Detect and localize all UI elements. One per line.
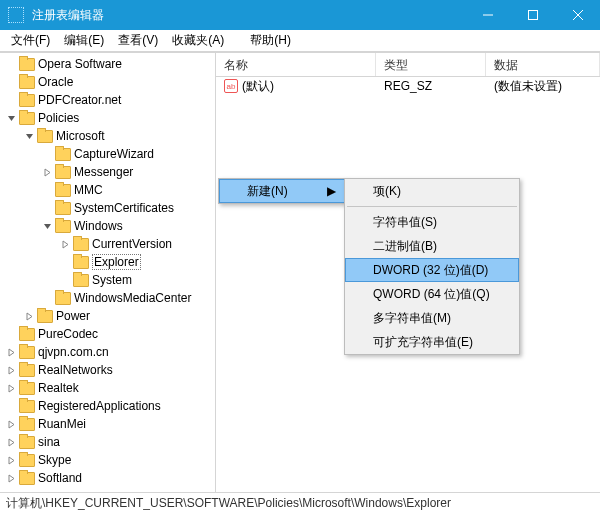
- folder-icon: [19, 382, 35, 395]
- chevron-right-icon[interactable]: [4, 417, 18, 431]
- tree-twisty-empty: [58, 273, 72, 287]
- folder-icon: [37, 130, 53, 143]
- context-item[interactable]: 多字符串值(M): [345, 306, 519, 330]
- tree-node-label: Opera Software: [38, 57, 122, 71]
- minimize-button[interactable]: [465, 0, 510, 30]
- context-item[interactable]: 项(K): [345, 179, 519, 203]
- tree-node[interactable]: System: [0, 271, 215, 289]
- tree-node[interactable]: PureCodec: [0, 325, 215, 343]
- listview-header[interactable]: 名称 类型 数据: [216, 53, 600, 77]
- folder-icon: [19, 472, 35, 485]
- value-data: (数值未设置): [486, 78, 600, 95]
- tree-node[interactable]: MMC: [0, 181, 215, 199]
- tree-node[interactable]: RealNetworks: [0, 361, 215, 379]
- col-name[interactable]: 名称: [216, 53, 376, 76]
- tree-node[interactable]: SystemCertificates: [0, 199, 215, 217]
- context-item-label: 二进制值(B): [373, 238, 437, 255]
- tree-node-label: RuanMei: [38, 417, 86, 431]
- context-item-label: 字符串值(S): [373, 214, 437, 231]
- chevron-right-icon[interactable]: [4, 345, 18, 359]
- context-item-new[interactable]: 新建(N) ▶: [219, 179, 345, 203]
- menu-view[interactable]: 查看(V): [111, 30, 165, 51]
- folder-icon: [19, 76, 35, 89]
- tree-node[interactable]: Windows: [0, 217, 215, 235]
- tree-node-label: CaptureWizard: [74, 147, 154, 161]
- chevron-right-icon[interactable]: [4, 363, 18, 377]
- folder-icon: [55, 184, 71, 197]
- menu-file[interactable]: 文件(F): [4, 30, 57, 51]
- tree-node[interactable]: sina: [0, 433, 215, 451]
- tree-node[interactable]: Oracle: [0, 73, 215, 91]
- chevron-right-icon[interactable]: [22, 309, 36, 323]
- chevron-right-icon[interactable]: [40, 165, 54, 179]
- chevron-right-icon[interactable]: [58, 237, 72, 251]
- context-item[interactable]: DWORD (32 位)值(D): [345, 258, 519, 282]
- folder-icon: [19, 436, 35, 449]
- tree-node[interactable]: qjvpn.com.cn: [0, 343, 215, 361]
- folder-icon: [55, 148, 71, 161]
- tree-node-label: Explorer: [92, 254, 141, 270]
- folder-icon: [55, 292, 71, 305]
- chevron-right-icon[interactable]: [4, 435, 18, 449]
- tree-node[interactable]: Policies: [0, 109, 215, 127]
- tree-node-label: System: [92, 273, 132, 287]
- tree-node[interactable]: RuanMei: [0, 415, 215, 433]
- col-type[interactable]: 类型: [376, 53, 486, 76]
- folder-icon: [19, 346, 35, 359]
- status-path: 计算机\HKEY_CURRENT_USER\SOFTWARE\Policies\…: [6, 495, 451, 512]
- tree-node[interactable]: WindowsMediaCenter: [0, 289, 215, 307]
- tree-node[interactable]: Realtek: [0, 379, 215, 397]
- context-item[interactable]: 可扩充字符串值(E): [345, 330, 519, 354]
- value-name: (默认): [242, 78, 274, 95]
- tree-node[interactable]: RegisteredApplications: [0, 397, 215, 415]
- folder-icon: [73, 238, 89, 251]
- context-item[interactable]: QWORD (64 位)值(Q): [345, 282, 519, 306]
- tree-node[interactable]: Messenger: [0, 163, 215, 181]
- chevron-down-icon[interactable]: [22, 129, 36, 143]
- folder-icon: [19, 418, 35, 431]
- tree-node[interactable]: PDFCreator.net: [0, 91, 215, 109]
- maximize-button[interactable]: [510, 0, 555, 30]
- tree-node-label: sina: [38, 435, 60, 449]
- tree-node[interactable]: Power: [0, 307, 215, 325]
- tree-node[interactable]: Microsoft: [0, 127, 215, 145]
- menu-edit[interactable]: 编辑(E): [57, 30, 111, 51]
- chevron-down-icon[interactable]: [40, 219, 54, 233]
- menu-help[interactable]: 帮助(H): [243, 30, 298, 51]
- context-item[interactable]: 二进制值(B): [345, 234, 519, 258]
- context-item[interactable]: 字符串值(S): [345, 210, 519, 234]
- tree-node-label: WindowsMediaCenter: [74, 291, 191, 305]
- folder-icon: [19, 364, 35, 377]
- folder-icon: [19, 112, 35, 125]
- tree-node[interactable]: Softland: [0, 469, 215, 487]
- registry-tree[interactable]: Opera SoftwareOraclePDFCreator.netPolici…: [0, 53, 216, 492]
- chevron-down-icon[interactable]: [4, 111, 18, 125]
- folder-icon: [73, 256, 89, 269]
- tree-twisty-empty: [4, 327, 18, 341]
- close-button[interactable]: [555, 0, 600, 30]
- tree-twisty-empty: [4, 399, 18, 413]
- chevron-right-icon[interactable]: [4, 381, 18, 395]
- tree-node[interactable]: CurrentVersion: [0, 235, 215, 253]
- chevron-right-icon[interactable]: [4, 471, 18, 485]
- col-data[interactable]: 数据: [486, 53, 600, 76]
- tree-node-label: Messenger: [74, 165, 133, 179]
- list-row[interactable]: ab(默认)REG_SZ(数值未设置): [216, 77, 600, 95]
- chevron-right-icon[interactable]: [4, 453, 18, 467]
- folder-icon: [55, 202, 71, 215]
- statusbar: 计算机\HKEY_CURRENT_USER\SOFTWARE\Policies\…: [0, 492, 600, 513]
- titlebar[interactable]: 注册表编辑器: [0, 0, 600, 30]
- tree-node[interactable]: Opera Software: [0, 55, 215, 73]
- tree-twisty-empty: [4, 93, 18, 107]
- tree-node[interactable]: Skype: [0, 451, 215, 469]
- folder-icon: [55, 220, 71, 233]
- tree-node[interactable]: Explorer: [0, 253, 215, 271]
- tree-node[interactable]: CaptureWizard: [0, 145, 215, 163]
- menubar: 文件(F) 编辑(E) 查看(V) 收藏夹(A) 帮助(H): [0, 30, 600, 52]
- tree-node-label: RealNetworks: [38, 363, 113, 377]
- context-separator: [347, 206, 517, 207]
- context-menu-new: 项(K)字符串值(S)二进制值(B)DWORD (32 位)值(D)QWORD …: [344, 178, 520, 355]
- tree-node-label: Skype: [38, 453, 71, 467]
- svg-rect-0: [528, 11, 537, 20]
- menu-favorites[interactable]: 收藏夹(A): [165, 30, 231, 51]
